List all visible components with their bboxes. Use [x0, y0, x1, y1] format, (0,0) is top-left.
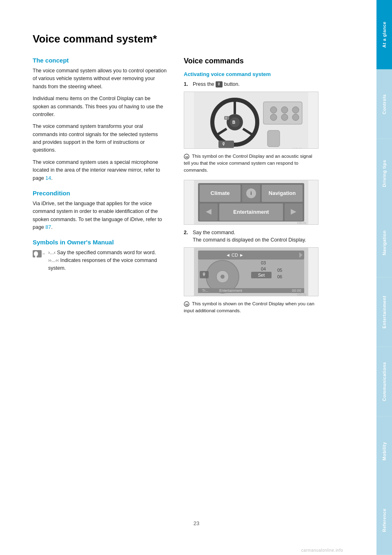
svg-text:Entertainment: Entertainment: [233, 209, 269, 215]
page-container: Voice command system* The concept The vo…: [0, 0, 392, 555]
svg-text:M: M: [185, 155, 188, 159]
concept-para-2: Individual menu items on the Control Dis…: [33, 95, 167, 119]
svg-text:Entertainment: Entertainment: [219, 289, 243, 293]
svg-text:06: 06: [277, 274, 282, 279]
sidebar-tab-at-a-glance[interactable]: At a glance: [376, 0, 392, 69]
concept-para-1: The voice command system allows you to c…: [33, 67, 167, 91]
voice-symbol-icon: ›‹: [33, 249, 45, 258]
steering-wheel-image: B 🎙: [184, 92, 318, 149]
right-column: Voice commands Activating voice command …: [184, 57, 318, 512]
svg-text:🎙: 🎙: [221, 141, 226, 146]
svg-text:Navigation: Navigation: [269, 190, 296, 196]
voice-commands-heading: Voice commands: [184, 57, 318, 65]
step-2: 2. Say the command. The command is displ…: [184, 229, 318, 244]
left-column: The concept The voice command system all…: [33, 57, 167, 512]
sidebar-tab-navigation[interactable]: Navigation: [376, 208, 392, 278]
sidebar-tab-entertainment[interactable]: Entertainment: [376, 278, 392, 347]
page-number-area: 23: [33, 512, 360, 530]
svg-rect-2: [35, 256, 37, 257]
svg-text:03: 03: [261, 260, 266, 265]
concept-para-4: The voice command system uses a special …: [33, 159, 167, 182]
two-col-layout: The concept The voice command system all…: [33, 57, 360, 512]
sidebar: At a glance Controls Driving tips Naviga…: [376, 0, 392, 555]
svg-point-21: [292, 114, 299, 121]
svg-text:CID-01: CID-01: [297, 222, 306, 224]
sidebar-tab-reference[interactable]: Reference: [376, 486, 392, 555]
svg-text:i: i: [250, 190, 252, 196]
svg-point-51: [220, 275, 225, 279]
symbol-say-text: ›...‹ Say the specified commands word fo…: [48, 249, 167, 272]
cd-player-image: ◄ CD ► 03 04 Set 05 06: [184, 247, 318, 296]
svg-text:◄  CD  ►: ◄ CD ►: [226, 253, 244, 257]
sidebar-tab-communications[interactable]: Communications: [376, 347, 392, 416]
sidebar-tab-controls[interactable]: Controls: [376, 69, 392, 139]
svg-text:00:00: 00:00: [292, 289, 301, 293]
caption-2-text: This symbol is shown on the Control Disp…: [184, 301, 314, 313]
concept-heading: The concept: [33, 57, 167, 64]
svg-text:M: M: [185, 302, 188, 306]
caption-1-text: This symbol on the Control Display and a…: [184, 154, 312, 173]
svg-rect-3: [34, 257, 38, 258]
step-2-num: 2.: [184, 229, 190, 244]
svg-text:🎙: 🎙: [225, 117, 227, 119]
svg-point-19: [270, 114, 277, 121]
svg-rect-1: [34, 251, 38, 256]
svg-point-16: [270, 107, 277, 113]
svg-rect-23: [218, 141, 234, 148]
activating-heading: Activating voice command system: [184, 71, 318, 77]
precondition-heading: Precondition: [33, 190, 167, 197]
sidebar-tab-mobility[interactable]: Mobility: [376, 416, 392, 486]
svg-point-18: [292, 107, 299, 113]
svg-rect-58: [198, 288, 304, 293]
svg-point-20: [281, 114, 288, 121]
sidebar-tab-driving-tips[interactable]: Driving tips: [376, 139, 392, 208]
step-1-num: 1.: [184, 81, 190, 88]
idrive-menu-image: Climate i Navigation ◀: [184, 180, 318, 225]
symbols-heading: Symbols in Owner's Manual: [33, 239, 167, 246]
svg-text:B: B: [232, 120, 235, 125]
svg-text:CID-02: CID-02: [297, 293, 306, 296]
svg-text:›‹: ›‹: [42, 252, 45, 256]
main-content: Voice command system* The concept The vo…: [0, 0, 376, 555]
svg-text:🎙: 🎙: [202, 272, 206, 277]
voice-button-icon: 🎙: [216, 81, 223, 88]
page-ref-14[interactable]: 14: [45, 175, 51, 181]
caption-1: M This symbol on the Control Display and…: [184, 153, 318, 174]
svg-rect-46: [198, 251, 304, 260]
svg-text:◀: ◀: [206, 207, 212, 215]
svg-text:▶: ▶: [291, 207, 296, 215]
svg-text:Tr...: Tr...: [202, 289, 208, 293]
step-2-body: Say the command. The command is displaye…: [193, 229, 318, 244]
step-1: 1. Press the 🎙 button.: [184, 81, 318, 88]
svg-text:Climate: Climate: [211, 190, 230, 196]
svg-text:05: 05: [277, 268, 282, 273]
concept-para-3: The voice command system transforms your…: [33, 123, 167, 154]
symbol-say-row: ›‹ ›...‹ Say the specified commands word…: [33, 249, 167, 272]
step-1-body: Press the 🎙 button.: [193, 81, 318, 88]
svg-text:Set: Set: [258, 273, 265, 278]
svg-point-17: [281, 107, 288, 113]
precondition-text: Via iDrive, set the language that applie…: [33, 200, 167, 232]
caption-2: M This symbol is shown on the Control Di…: [184, 300, 318, 315]
page-title: Voice command system*: [33, 33, 360, 45]
watermark: carmanualonline.info: [301, 548, 343, 553]
page-number: 23: [194, 520, 199, 526]
svg-text:VKG-01: VKG-01: [292, 148, 302, 149]
page-ref-87[interactable]: 87: [45, 224, 51, 230]
svg-text:04: 04: [261, 266, 266, 271]
svg-rect-22: [267, 130, 280, 147]
